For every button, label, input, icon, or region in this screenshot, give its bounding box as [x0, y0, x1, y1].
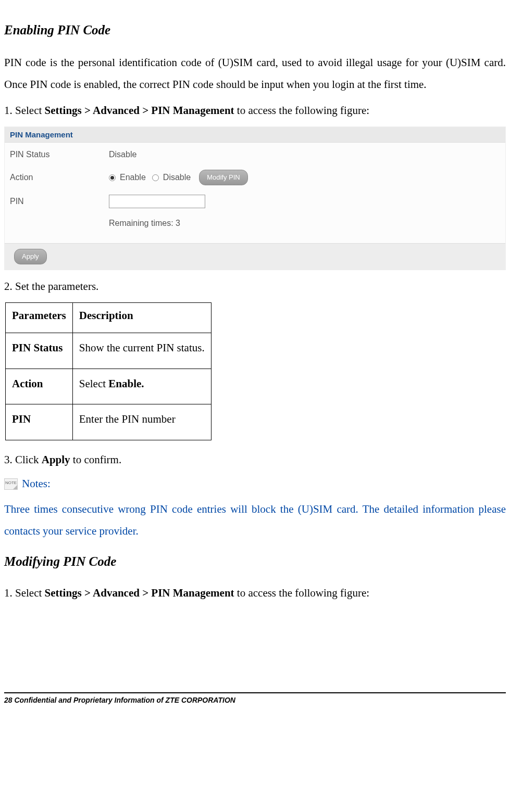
label-pin-status: PIN Status: [10, 149, 109, 160]
cell-desc: Enter the PIN number: [72, 404, 211, 440]
label-action: Action: [10, 172, 109, 183]
apply-button[interactable]: Apply: [14, 249, 47, 264]
note-icon: NOTE: [4, 478, 18, 490]
step3-prefix: 3. Click: [4, 453, 42, 466]
step-3: 3. Click Apply to confirm.: [4, 450, 506, 471]
step1b-prefix: 1. Select: [4, 587, 45, 599]
radio-disable[interactable]: [152, 174, 159, 181]
section-title-enabling-pin: Enabling PIN Code: [4, 21, 506, 39]
radio-enable-label: Enable: [120, 172, 146, 183]
intro-paragraph: PIN code is the personal identification …: [4, 52, 506, 95]
step1-prefix: 1. Select: [4, 104, 45, 117]
section-title-modifying-pin: Modifying PIN Code: [4, 552, 506, 570]
page-footer: 28 Confidential and Proprietary Informat…: [4, 693, 506, 706]
step1b-suffix: to access the following figure:: [234, 587, 370, 599]
step-1-modifying: 1. Select Settings > Advanced > PIN Mana…: [4, 583, 506, 604]
step-2: 2. Set the parameters.: [4, 276, 506, 297]
notes-label: Notes:: [22, 476, 51, 491]
th-description: Description: [72, 302, 211, 333]
cell-param: Action: [6, 369, 73, 404]
table-row: Action Select Enable.: [6, 369, 212, 404]
step3-bold: Apply: [42, 453, 70, 466]
note-text: Three times consecutive wrong PIN code e…: [4, 498, 506, 542]
value-pin-status: Disable: [109, 149, 136, 160]
step1b-breadcrumb: Settings > Advanced > PIN Management: [45, 587, 234, 599]
table-row: PIN Status Show the current PIN status.: [6, 333, 212, 369]
pin-management-panel: PIN Management PIN Status Disable Action…: [4, 126, 506, 270]
panel-title: PIN Management: [5, 127, 505, 143]
cell-desc: Select Enable.: [72, 369, 211, 404]
remaining-times: Remaining times: 3: [109, 218, 180, 229]
radio-enable[interactable]: [109, 174, 116, 181]
cell-param: PIN Status: [6, 333, 73, 369]
label-pin: PIN: [10, 196, 109, 207]
modify-pin-button[interactable]: Modify PIN: [199, 170, 248, 185]
cell-desc: Show the current PIN status.: [72, 333, 211, 369]
step-1-enabling: 1. Select Settings > Advanced > PIN Mana…: [4, 100, 506, 121]
radio-disable-label: Disable: [163, 172, 191, 183]
desc-prefix: Select: [79, 377, 109, 390]
desc-bold: Enable.: [108, 377, 144, 390]
cell-param: PIN: [6, 404, 73, 440]
step1-breadcrumb: Settings > Advanced > PIN Management: [45, 104, 234, 117]
th-parameters: Parameters: [6, 302, 73, 333]
pin-input[interactable]: [109, 195, 205, 208]
step3-suffix: to confirm.: [70, 453, 122, 466]
parameters-table: Parameters Description PIN Status Show t…: [5, 302, 212, 440]
table-row: PIN Enter the PIN number: [6, 404, 212, 440]
step1-suffix: to access the following figure:: [234, 104, 370, 117]
